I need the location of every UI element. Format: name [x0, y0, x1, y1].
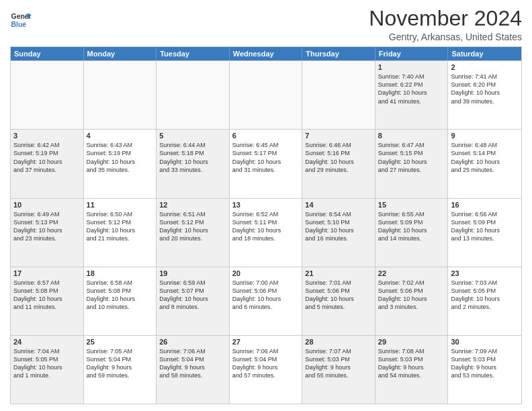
weekday-header: Sunday — [11, 47, 84, 60]
day-number: 10 — [13, 201, 81, 209]
day-info: Sunrise: 6:43 AM Sunset: 5:19 PM Dayligh… — [87, 141, 154, 174]
day-info: Sunrise: 7:08 AM Sunset: 5:03 PM Dayligh… — [378, 347, 445, 380]
calendar-cell: 22Sunrise: 7:02 AM Sunset: 5:06 PM Dayli… — [375, 267, 449, 335]
calendar-cell — [230, 61, 303, 129]
day-number: 29 — [378, 338, 445, 346]
day-number: 2 — [451, 63, 519, 71]
day-info: Sunrise: 6:47 AM Sunset: 5:15 PM Dayligh… — [378, 141, 445, 174]
day-number: 20 — [232, 269, 300, 277]
day-number: 24 — [13, 338, 81, 346]
calendar-cell — [11, 61, 84, 129]
day-number: 15 — [378, 201, 445, 209]
calendar-cell: 28Sunrise: 7:07 AM Sunset: 5:03 PM Dayli… — [302, 336, 375, 404]
day-number: 8 — [378, 132, 445, 140]
day-number: 16 — [451, 201, 519, 209]
calendar-row: 17Sunrise: 6:57 AM Sunset: 5:08 PM Dayli… — [11, 267, 521, 335]
day-info: Sunrise: 7:01 AM Sunset: 5:06 PM Dayligh… — [305, 279, 372, 312]
weekday-header: Wednesday — [230, 47, 303, 60]
calendar-cell: 7Sunrise: 6:46 AM Sunset: 5:16 PM Daylig… — [302, 130, 375, 197]
day-number: 14 — [305, 201, 372, 209]
day-info: Sunrise: 6:44 AM Sunset: 5:18 PM Dayligh… — [159, 141, 226, 174]
weekday-header: Thursday — [302, 47, 375, 60]
day-number: 12 — [159, 201, 226, 209]
title-block: November 2024 Gentry, Arkansas, United S… — [369, 7, 522, 42]
weekday-header: Monday — [84, 47, 157, 60]
calendar-cell: 3Sunrise: 6:42 AM Sunset: 5:19 PM Daylig… — [11, 130, 84, 197]
calendar-cell: 26Sunrise: 7:06 AM Sunset: 5:04 PM Dayli… — [157, 336, 230, 404]
location: Gentry, Arkansas, United States — [369, 32, 522, 42]
day-number: 7 — [305, 132, 372, 140]
day-info: Sunrise: 7:07 AM Sunset: 5:03 PM Dayligh… — [305, 347, 372, 380]
day-number: 13 — [232, 201, 300, 209]
day-info: Sunrise: 7:02 AM Sunset: 5:06 PM Dayligh… — [378, 279, 445, 312]
day-info: Sunrise: 6:45 AM Sunset: 5:17 PM Dayligh… — [232, 141, 300, 174]
calendar-cell: 24Sunrise: 7:04 AM Sunset: 5:05 PM Dayli… — [11, 336, 84, 404]
day-info: Sunrise: 6:48 AM Sunset: 5:14 PM Dayligh… — [451, 141, 519, 174]
day-number: 30 — [451, 338, 519, 346]
day-number: 6 — [232, 132, 300, 140]
calendar-cell: 9Sunrise: 6:48 AM Sunset: 5:14 PM Daylig… — [448, 130, 521, 197]
day-number: 3 — [13, 132, 81, 140]
calendar-cell: 21Sunrise: 7:01 AM Sunset: 5:06 PM Dayli… — [302, 267, 375, 335]
calendar-cell: 16Sunrise: 6:56 AM Sunset: 5:09 PM Dayli… — [448, 199, 521, 267]
calendar-cell: 13Sunrise: 6:52 AM Sunset: 5:11 PM Dayli… — [230, 199, 303, 267]
day-number: 17 — [13, 269, 81, 277]
day-number: 1 — [378, 63, 445, 71]
calendar-row: 3Sunrise: 6:42 AM Sunset: 5:19 PM Daylig… — [11, 129, 521, 197]
day-number: 9 — [451, 132, 519, 140]
day-info: Sunrise: 7:05 AM Sunset: 5:04 PM Dayligh… — [87, 347, 154, 380]
day-info: Sunrise: 6:55 AM Sunset: 5:09 PM Dayligh… — [378, 210, 445, 243]
calendar-cell: 1Sunrise: 7:40 AM Sunset: 6:22 PM Daylig… — [375, 61, 449, 129]
day-number: 22 — [378, 269, 445, 277]
day-info: Sunrise: 6:51 AM Sunset: 5:12 PM Dayligh… — [159, 210, 226, 243]
day-number: 4 — [87, 132, 154, 140]
calendar-cell: 14Sunrise: 6:54 AM Sunset: 5:10 PM Dayli… — [302, 199, 375, 267]
calendar-cell: 18Sunrise: 6:58 AM Sunset: 5:08 PM Dayli… — [84, 267, 157, 335]
calendar-row: 24Sunrise: 7:04 AM Sunset: 5:05 PM Dayli… — [11, 335, 521, 404]
day-info: Sunrise: 7:06 AM Sunset: 5:04 PM Dayligh… — [159, 347, 226, 380]
day-number: 19 — [159, 269, 226, 277]
day-info: Sunrise: 6:42 AM Sunset: 5:19 PM Dayligh… — [13, 141, 81, 174]
calendar-cell: 29Sunrise: 7:08 AM Sunset: 5:03 PM Dayli… — [375, 336, 449, 404]
calendar-cell: 25Sunrise: 7:05 AM Sunset: 5:04 PM Dayli… — [84, 336, 157, 404]
calendar-cell: 10Sunrise: 6:49 AM Sunset: 5:13 PM Dayli… — [11, 199, 84, 267]
day-info: Sunrise: 7:00 AM Sunset: 5:06 PM Dayligh… — [232, 279, 300, 312]
calendar-header: SundayMondayTuesdayWednesdayThursdayFrid… — [11, 47, 521, 60]
day-info: Sunrise: 7:06 AM Sunset: 5:04 PM Dayligh… — [232, 347, 300, 380]
calendar-row: 10Sunrise: 6:49 AM Sunset: 5:13 PM Dayli… — [11, 198, 521, 267]
month-title: November 2024 — [369, 7, 522, 30]
day-info: Sunrise: 6:58 AM Sunset: 5:08 PM Dayligh… — [87, 279, 154, 312]
calendar-cell: 15Sunrise: 6:55 AM Sunset: 5:09 PM Dayli… — [375, 199, 449, 267]
day-number: 26 — [159, 338, 226, 346]
day-number: 28 — [305, 338, 372, 346]
calendar-cell — [302, 61, 375, 129]
calendar-cell: 27Sunrise: 7:06 AM Sunset: 5:04 PM Dayli… — [230, 336, 303, 404]
calendar-cell — [157, 61, 230, 129]
day-info: Sunrise: 6:52 AM Sunset: 5:11 PM Dayligh… — [232, 210, 300, 243]
calendar-row: 1Sunrise: 7:40 AM Sunset: 6:22 PM Daylig… — [11, 60, 521, 129]
calendar-cell: 19Sunrise: 6:59 AM Sunset: 5:07 PM Dayli… — [157, 267, 230, 335]
calendar-cell: 5Sunrise: 6:44 AM Sunset: 5:18 PM Daylig… — [157, 130, 230, 197]
day-number: 18 — [87, 269, 154, 277]
calendar-body: 1Sunrise: 7:40 AM Sunset: 6:22 PM Daylig… — [11, 60, 521, 404]
day-number: 25 — [87, 338, 154, 346]
logo: General Blue — [10, 9, 34, 31]
calendar-cell: 23Sunrise: 7:03 AM Sunset: 5:05 PM Dayli… — [448, 267, 521, 335]
day-info: Sunrise: 7:41 AM Sunset: 6:20 PM Dayligh… — [451, 73, 519, 105]
calendar: SundayMondayTuesdayWednesdayThursdayFrid… — [10, 46, 522, 404]
day-info: Sunrise: 7:03 AM Sunset: 5:05 PM Dayligh… — [451, 279, 519, 312]
calendar-cell: 20Sunrise: 7:00 AM Sunset: 5:06 PM Dayli… — [230, 267, 303, 335]
day-number: 11 — [87, 201, 154, 209]
calendar-cell: 8Sunrise: 6:47 AM Sunset: 5:15 PM Daylig… — [375, 130, 449, 197]
day-info: Sunrise: 7:40 AM Sunset: 6:22 PM Dayligh… — [378, 73, 445, 105]
weekday-header: Friday — [375, 47, 449, 60]
calendar-cell: 2Sunrise: 7:41 AM Sunset: 6:20 PM Daylig… — [448, 61, 521, 129]
day-info: Sunrise: 7:09 AM Sunset: 5:03 PM Dayligh… — [451, 347, 519, 380]
day-info: Sunrise: 7:04 AM Sunset: 5:05 PM Dayligh… — [13, 347, 81, 380]
day-info: Sunrise: 6:57 AM Sunset: 5:08 PM Dayligh… — [13, 279, 81, 312]
calendar-cell — [84, 61, 157, 129]
day-info: Sunrise: 6:56 AM Sunset: 5:09 PM Dayligh… — [451, 210, 519, 243]
day-number: 23 — [451, 269, 519, 277]
calendar-cell: 11Sunrise: 6:50 AM Sunset: 5:12 PM Dayli… — [84, 199, 157, 267]
day-info: Sunrise: 6:46 AM Sunset: 5:16 PM Dayligh… — [305, 141, 372, 174]
